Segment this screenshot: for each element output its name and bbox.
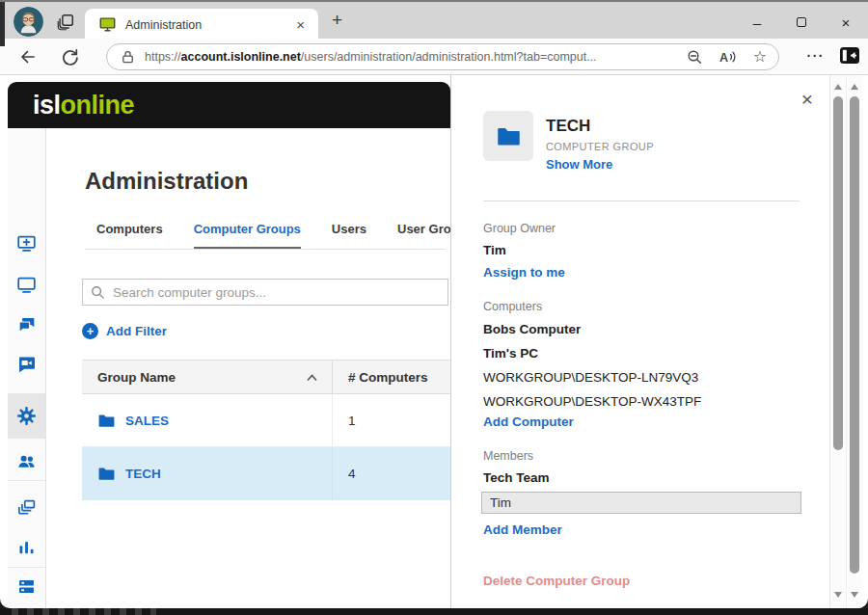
read-aloud-icon[interactable]: A	[719, 49, 737, 65]
address-bar-icons: A ☆	[687, 49, 767, 66]
browser-toolbar: https://account.islonline.net/users/admi…	[0, 39, 868, 75]
bar-chart-icon	[16, 538, 37, 558]
tab-title: Administration	[125, 18, 292, 32]
sidebar-toggle-icon[interactable]	[840, 47, 859, 64]
taskbar-edge	[0, 608, 868, 615]
sidebar-item-sessions[interactable]	[8, 486, 45, 530]
page-title: Administration	[85, 168, 248, 195]
tab-computers[interactable]: Computers	[96, 222, 163, 249]
sidebar-item-domains[interactable]	[8, 564, 45, 608]
sidebar-item-remote-desktop[interactable]	[8, 262, 45, 307]
panel-scrollbar-thumb[interactable]	[833, 96, 843, 450]
monitor-icon	[16, 275, 37, 295]
folder-icon	[97, 466, 116, 482]
server-list-icon	[16, 576, 37, 597]
member-item-selected[interactable]: Tim	[481, 492, 801, 514]
folder-icon	[97, 413, 116, 429]
panel-group-name: TECH	[546, 117, 590, 136]
panel-close-icon[interactable]: ×	[801, 89, 813, 109]
table-row-tech[interactable]: TECH 4	[82, 447, 450, 500]
scroll-up-icon[interactable]	[834, 84, 842, 90]
panel-group-type: COMPUTER GROUP	[546, 141, 654, 152]
sidebar-item-settings[interactable]	[8, 393, 45, 439]
computer-item: WORKGROUP\DESKTOP-WX43TPF	[483, 394, 701, 409]
computer-item: Tim's PC	[483, 346, 538, 361]
profile-avatar[interactable]	[14, 7, 43, 37]
scroll-up-icon[interactable]	[851, 84, 858, 90]
tab-computer-groups[interactable]: Computer Groups	[194, 222, 301, 249]
column-num-computers-label: # Computers	[348, 370, 428, 385]
browser-titlebar: Administration × + – ×	[0, 0, 868, 39]
folder-icon	[496, 125, 522, 147]
add-computer-link[interactable]: Add Computer	[483, 414, 574, 429]
url-text: https://account.islonline.net/users/admi…	[145, 50, 597, 64]
url-path: /users/administration/administration.htm…	[301, 50, 597, 64]
table-header: Group Name # Computers	[82, 360, 450, 394]
column-num-computers[interactable]: # Computers	[333, 361, 450, 393]
column-group-name-label: Group Name	[97, 370, 176, 385]
tab-close-icon[interactable]: ×	[292, 16, 309, 33]
refresh-icon[interactable]	[60, 47, 79, 67]
logo-online: online	[61, 91, 135, 120]
page-scrollbar-thumb[interactable]	[850, 96, 859, 574]
sidebar-item-join-session[interactable]	[8, 221, 45, 265]
delete-computer-group-link[interactable]: Delete Computer Group	[483, 574, 630, 588]
column-group-name[interactable]: Group Name	[82, 361, 333, 393]
zoom-out-icon[interactable]	[687, 49, 703, 66]
monitor-plus-icon	[16, 233, 37, 254]
svg-text:A: A	[719, 51, 728, 65]
group-name: TECH	[125, 467, 161, 481]
panel-divider	[483, 201, 800, 201]
tab-users[interactable]: Users	[332, 222, 366, 249]
sidebar	[8, 128, 46, 608]
group-name: SALES	[125, 414, 169, 428]
members-label: Members	[483, 449, 533, 463]
maximize-icon	[797, 17, 806, 27]
settings-menu-icon[interactable]: ···	[807, 48, 826, 64]
panel-scrollbar	[829, 75, 845, 608]
isl-online-header: islonline	[8, 82, 450, 128]
search-input[interactable]	[113, 285, 440, 300]
maximize-button[interactable]	[779, 4, 824, 40]
table-row-sales[interactable]: SALES 1	[82, 394, 450, 447]
taskbar-edge-marks	[12, 608, 156, 615]
computer-item: WORKGROUP\DESKTOP-LN79VQ3	[483, 370, 698, 385]
url-host: account.islonline.net	[181, 50, 301, 64]
close-window-button[interactable]: ×	[824, 4, 868, 40]
assign-to-me-link[interactable]: Assign to me	[483, 265, 565, 280]
browser-tab[interactable]: Administration ×	[85, 9, 318, 40]
favorite-star-icon[interactable]: ☆	[753, 49, 767, 65]
minimize-button[interactable]: –	[735, 4, 779, 40]
logo-isl: isl	[33, 91, 61, 120]
workspaces-icon[interactable]	[56, 13, 75, 32]
scroll-down-icon[interactable]	[834, 592, 842, 598]
back-icon[interactable]	[17, 47, 37, 67]
group-owner-label: Group Owner	[483, 222, 556, 235]
url-scheme: https://	[145, 50, 181, 64]
group-owner-value: Tim	[483, 243, 506, 257]
detail-panel: × TECH COMPUTER GROUP Show More Group Ow…	[450, 75, 829, 608]
page-scrollbar	[846, 75, 862, 608]
lock-icon	[121, 49, 135, 65]
page-content: islonline	[0, 75, 868, 608]
sidebar-item-video-call[interactable]	[8, 341, 45, 386]
layers-icon	[16, 498, 37, 519]
window-controls: – ×	[735, 4, 868, 40]
search-icon	[91, 285, 105, 300]
group-count: 1	[333, 394, 450, 446]
show-more-link[interactable]: Show More	[546, 157, 612, 172]
browser-window: Administration × + – × https://account.i…	[0, 0, 868, 615]
window-edge	[0, 2, 5, 46]
new-tab-button[interactable]: +	[332, 10, 342, 31]
sidebar-item-users[interactable]	[8, 439, 45, 483]
gear-icon	[16, 406, 37, 426]
admin-tabs: Computers Computer Groups Users User Gro…	[85, 222, 445, 250]
address-bar[interactable]: https://account.islonline.net/users/admi…	[106, 43, 779, 70]
chat-bubbles-icon	[16, 315, 37, 335]
isl-favicon-icon	[98, 16, 117, 33]
scroll-down-icon[interactable]	[851, 592, 858, 598]
add-filter-button[interactable]: + Add Filter	[82, 323, 167, 339]
people-icon	[16, 451, 37, 471]
add-member-link[interactable]: Add Member	[483, 522, 562, 537]
search-box	[82, 279, 448, 306]
